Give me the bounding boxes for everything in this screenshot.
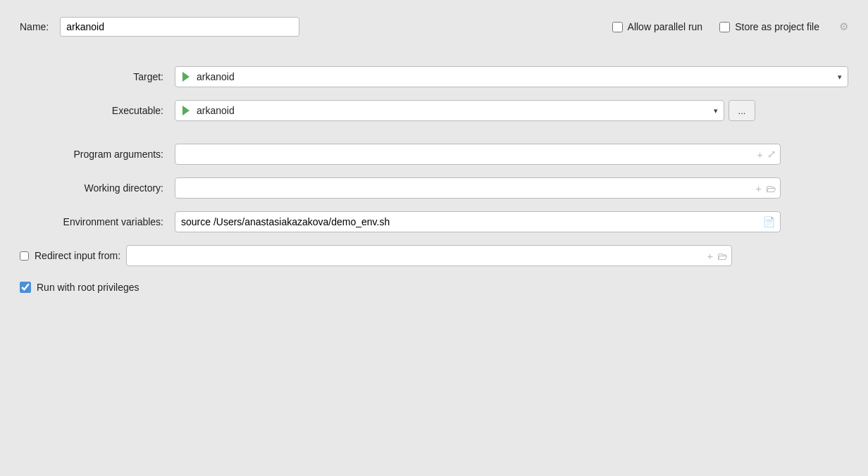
- env-vars-input[interactable]: [175, 211, 781, 232]
- run-config-form: Name: Allow parallel run Store as projec…: [20, 17, 848, 293]
- target-arrow-icon: [182, 72, 190, 82]
- target-chevron-icon: ▾: [838, 73, 842, 82]
- target-value: arkanoid: [197, 71, 838, 82]
- gear-icon[interactable]: ⚙: [839, 20, 848, 33]
- checkboxes-group: Allow parallel run Store as project file…: [612, 20, 848, 33]
- program-args-wrapper: + ⤢: [175, 144, 781, 165]
- redirect-wrapper: + 🗁: [126, 245, 732, 266]
- redirect-checkbox[interactable]: [20, 251, 29, 261]
- root-label: Run with root privileges: [37, 282, 140, 293]
- program-args-input[interactable]: [175, 144, 781, 165]
- redirect-label-group: Redirect input from:: [20, 250, 120, 261]
- name-label: Name:: [20, 21, 49, 32]
- program-args-label: Program arguments:: [20, 149, 175, 160]
- executable-value: arkanoid: [197, 105, 714, 116]
- executable-arrow-icon: [182, 106, 190, 115]
- working-dir-wrapper: + 🗁: [175, 177, 781, 199]
- allow-parallel-item[interactable]: Allow parallel run: [612, 21, 703, 32]
- allow-parallel-checkbox[interactable]: [612, 22, 623, 32]
- name-input[interactable]: [60, 17, 299, 37]
- store-project-item[interactable]: Store as project file: [719, 21, 819, 32]
- store-project-label: Store as project file: [735, 21, 819, 32]
- redirect-row: Redirect input from: + 🗁: [20, 245, 848, 266]
- root-checkbox[interactable]: [20, 282, 31, 293]
- working-dir-row: Working directory: + 🗁: [20, 177, 848, 199]
- executable-row: Executable: arkanoid ▾ ...: [20, 100, 848, 121]
- allow-parallel-label: Allow parallel run: [628, 21, 703, 32]
- executable-chevron-icon: ▾: [714, 106, 718, 115]
- env-vars-label: Environment variables:: [20, 216, 175, 227]
- name-row: Name: Allow parallel run Store as projec…: [20, 17, 848, 37]
- root-row: Run with root privileges: [20, 282, 848, 293]
- executable-dropdown-wrapper: arkanoid ▾: [175, 100, 724, 121]
- env-vars-wrapper: 📄: [175, 211, 781, 232]
- redirect-label: Redirect input from:: [35, 250, 120, 261]
- program-args-row: Program arguments: + ⤢: [20, 144, 848, 165]
- executable-label: Executable:: [20, 105, 175, 116]
- env-doc-icon: 📄: [763, 216, 775, 227]
- target-row: Target: arkanoid ▾: [20, 66, 848, 87]
- working-dir-input[interactable]: [175, 177, 781, 199]
- executable-dropdown[interactable]: arkanoid ▾: [175, 100, 724, 121]
- target-label: Target:: [20, 71, 175, 82]
- store-project-checkbox[interactable]: [719, 22, 730, 32]
- working-dir-label: Working directory:: [20, 182, 175, 194]
- env-vars-row: Environment variables: 📄: [20, 211, 848, 232]
- redirect-input[interactable]: [126, 245, 732, 266]
- browse-button[interactable]: ...: [728, 100, 755, 121]
- target-dropdown[interactable]: arkanoid ▾: [175, 66, 848, 87]
